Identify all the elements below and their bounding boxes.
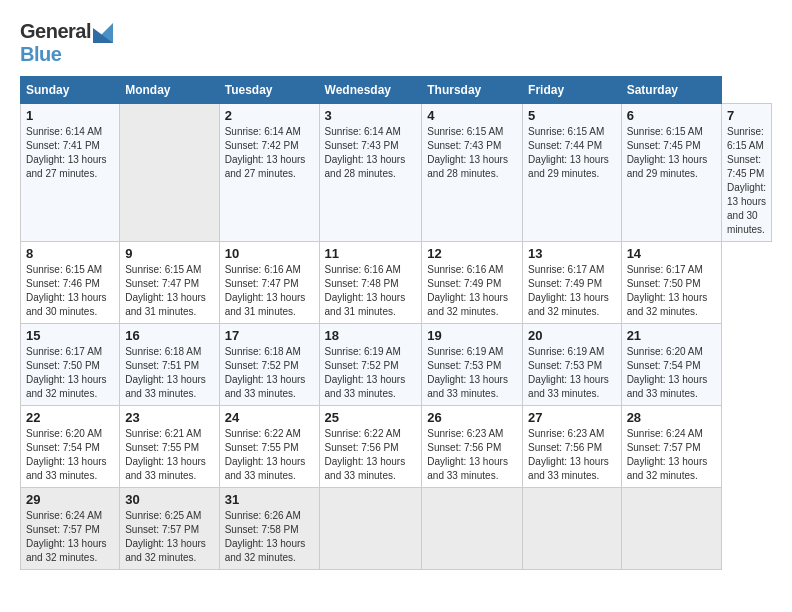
logo-container: General Blue — [20, 20, 113, 66]
calendar-day-12: 12Sunrise: 6:16 AMSunset: 7:49 PMDayligh… — [422, 242, 523, 324]
calendar-day-7: 7Sunrise: 6:15 AMSunset: 7:45 PMDaylight… — [722, 104, 772, 242]
page-header: General Blue — [20, 20, 772, 66]
header-friday: Friday — [523, 77, 622, 104]
calendar-day-empty — [319, 488, 422, 570]
calendar-day-15: 15Sunrise: 6:17 AMSunset: 7:50 PMDayligh… — [21, 324, 120, 406]
calendar-day-28: 28Sunrise: 6:24 AMSunset: 7:57 PMDayligh… — [621, 406, 721, 488]
calendar-week-1: 1Sunrise: 6:14 AMSunset: 7:41 PMDaylight… — [21, 104, 772, 242]
logo: General Blue — [20, 20, 113, 66]
calendar-day-31: 31Sunrise: 6:26 AMSunset: 7:58 PMDayligh… — [219, 488, 319, 570]
calendar-day-25: 25Sunrise: 6:22 AMSunset: 7:56 PMDayligh… — [319, 406, 422, 488]
logo-general-label: General — [20, 20, 91, 43]
header-monday: Monday — [120, 77, 220, 104]
calendar-day-26: 26Sunrise: 6:23 AMSunset: 7:56 PMDayligh… — [422, 406, 523, 488]
calendar-day-27: 27Sunrise: 6:23 AMSunset: 7:56 PMDayligh… — [523, 406, 622, 488]
header-tuesday: Tuesday — [219, 77, 319, 104]
calendar-day-29: 29Sunrise: 6:24 AMSunset: 7:57 PMDayligh… — [21, 488, 120, 570]
calendar-day-2: 2Sunrise: 6:14 AMSunset: 7:42 PMDaylight… — [219, 104, 319, 242]
logo-blue-label: Blue — [20, 43, 61, 65]
header-wednesday: Wednesday — [319, 77, 422, 104]
calendar-day-9: 9Sunrise: 6:15 AMSunset: 7:47 PMDaylight… — [120, 242, 220, 324]
calendar-day-24: 24Sunrise: 6:22 AMSunset: 7:55 PMDayligh… — [219, 406, 319, 488]
calendar-week-5: 29Sunrise: 6:24 AMSunset: 7:57 PMDayligh… — [21, 488, 772, 570]
calendar-day-14: 14Sunrise: 6:17 AMSunset: 7:50 PMDayligh… — [621, 242, 721, 324]
calendar-day-17: 17Sunrise: 6:18 AMSunset: 7:52 PMDayligh… — [219, 324, 319, 406]
calendar-day-6: 6Sunrise: 6:15 AMSunset: 7:45 PMDaylight… — [621, 104, 721, 242]
calendar-day-18: 18Sunrise: 6:19 AMSunset: 7:52 PMDayligh… — [319, 324, 422, 406]
logo-blue-row: Blue — [20, 43, 61, 66]
calendar-day-8: 8Sunrise: 6:15 AMSunset: 7:46 PMDaylight… — [21, 242, 120, 324]
calendar-day-16: 16Sunrise: 6:18 AMSunset: 7:51 PMDayligh… — [120, 324, 220, 406]
calendar-day-30: 30Sunrise: 6:25 AMSunset: 7:57 PMDayligh… — [120, 488, 220, 570]
calendar-day-3: 3Sunrise: 6:14 AMSunset: 7:43 PMDaylight… — [319, 104, 422, 242]
calendar-day-23: 23Sunrise: 6:21 AMSunset: 7:55 PMDayligh… — [120, 406, 220, 488]
calendar-day-empty — [523, 488, 622, 570]
calendar-day-10: 10Sunrise: 6:16 AMSunset: 7:47 PMDayligh… — [219, 242, 319, 324]
header-saturday: Saturday — [621, 77, 721, 104]
calendar-day-4: 4Sunrise: 6:15 AMSunset: 7:43 PMDaylight… — [422, 104, 523, 242]
logo-wing-icon — [93, 23, 113, 43]
logo-top-row: General — [20, 20, 113, 43]
calendar-day-1: 1Sunrise: 6:14 AMSunset: 7:41 PMDaylight… — [21, 104, 120, 242]
calendar-header-row: SundayMondayTuesdayWednesdayThursdayFrid… — [21, 77, 772, 104]
calendar-day-20: 20Sunrise: 6:19 AMSunset: 7:53 PMDayligh… — [523, 324, 622, 406]
calendar-day-11: 11Sunrise: 6:16 AMSunset: 7:48 PMDayligh… — [319, 242, 422, 324]
header-thursday: Thursday — [422, 77, 523, 104]
calendar-week-2: 8Sunrise: 6:15 AMSunset: 7:46 PMDaylight… — [21, 242, 772, 324]
calendar-table: SundayMondayTuesdayWednesdayThursdayFrid… — [20, 76, 772, 570]
calendar-day-21: 21Sunrise: 6:20 AMSunset: 7:54 PMDayligh… — [621, 324, 721, 406]
calendar-day-empty — [120, 104, 220, 242]
calendar-day-13: 13Sunrise: 6:17 AMSunset: 7:49 PMDayligh… — [523, 242, 622, 324]
calendar-week-4: 22Sunrise: 6:20 AMSunset: 7:54 PMDayligh… — [21, 406, 772, 488]
calendar-day-empty — [621, 488, 721, 570]
calendar-week-3: 15Sunrise: 6:17 AMSunset: 7:50 PMDayligh… — [21, 324, 772, 406]
calendar-day-22: 22Sunrise: 6:20 AMSunset: 7:54 PMDayligh… — [21, 406, 120, 488]
calendar-day-empty — [422, 488, 523, 570]
calendar-day-19: 19Sunrise: 6:19 AMSunset: 7:53 PMDayligh… — [422, 324, 523, 406]
calendar-day-5: 5Sunrise: 6:15 AMSunset: 7:44 PMDaylight… — [523, 104, 622, 242]
header-sunday: Sunday — [21, 77, 120, 104]
